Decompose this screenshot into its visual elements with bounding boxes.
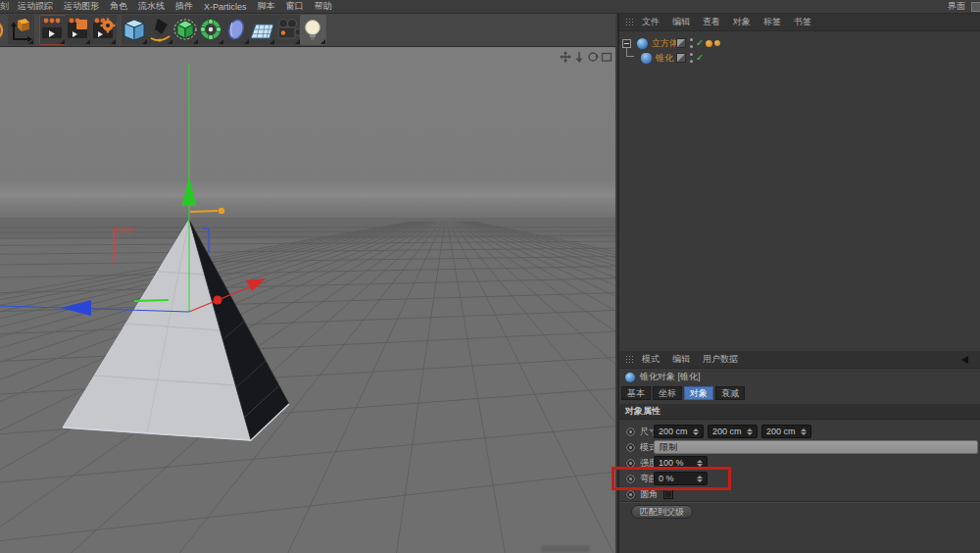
panel-grip-icon[interactable] [625, 355, 634, 364]
fillet-checkbox[interactable] [663, 489, 673, 499]
viewport-nav-controls [560, 49, 612, 61]
object-name[interactable]: 立方体 [652, 37, 678, 50]
tag-icon[interactable] [714, 40, 720, 46]
annotation-highlight-box [612, 467, 731, 490]
rotate-icon[interactable] [587, 49, 599, 61]
tab-object[interactable]: 对象 [684, 386, 713, 400]
axis-workplane-icon[interactable] [8, 15, 34, 45]
viewport-scene [0, 47, 615, 553]
bend-deformer-icon[interactable] [223, 15, 250, 45]
size-x-input[interactable]: 200 cm [654, 425, 704, 438]
visibility-dots-icon[interactable] [689, 53, 693, 63]
om-menu-objects[interactable]: 对象 [733, 16, 751, 28]
om-menu-view[interactable]: 查看 [703, 16, 720, 28]
am-menu-userdata[interactable]: 用户数据 [703, 353, 738, 366]
taper-row-toggles [676, 53, 704, 63]
subdivision-surface-icon[interactable] [172, 15, 199, 45]
attribute-tabs: 基本 坐标 对象 衰减 [621, 386, 747, 400]
render-view-icon[interactable] [39, 15, 66, 45]
tab-basic[interactable]: 基本 [621, 386, 651, 400]
taper-object-icon [625, 373, 635, 382]
object-manager-menubar: 文件 编辑 查看 对象 标签 书签 [619, 14, 980, 31]
menu-item-pipeline[interactable]: 流水线 [138, 0, 165, 13]
cube-object-icon[interactable] [637, 38, 648, 49]
menu-item-plugins[interactable]: 插件 [175, 0, 193, 13]
fit-to-parent-button[interactable]: 匹配到父级 [631, 505, 693, 519]
enabled-check-icon[interactable] [696, 38, 704, 48]
menu-item-clipped[interactable]: 刻 [0, 0, 10, 13]
divider [619, 501, 980, 502]
phong-tag-icon[interactable] [706, 40, 712, 47]
mode-dropdown[interactable]: 限制 [654, 440, 978, 454]
am-menu-edit[interactable]: 编辑 [672, 353, 690, 366]
stepper-icon[interactable] [746, 427, 753, 436]
object-tree: 立方体 锥化 [619, 31, 980, 351]
size-z-input[interactable]: 200 cm [761, 425, 811, 438]
taper-object-icon[interactable] [641, 53, 652, 64]
toggle-view-icon[interactable] [601, 49, 612, 61]
keyframe-dot-icon[interactable] [626, 427, 635, 436]
taper-handle-line [190, 211, 218, 212]
menu-item-character[interactable]: 角色 [110, 0, 127, 13]
attribute-title-text: 锥化对象 [锥化] [640, 371, 701, 383]
layout-selector-box[interactable] [971, 2, 980, 12]
array-generator-icon[interactable] [198, 15, 224, 45]
taper-handle-dot [219, 208, 224, 214]
object-properties-header: 对象属性 [619, 404, 980, 420]
axis-z-arrow [61, 300, 91, 316]
keyframe-dot-icon[interactable] [626, 490, 635, 499]
cinema4d-window: 刻 运动跟踪 运动图形 角色 流水线 插件 X-Particles 脚本 窗口 … [0, 0, 980, 553]
perspective-viewport[interactable] [0, 47, 615, 553]
layer-toggle-icon[interactable] [676, 53, 686, 63]
om-menu-bookmarks[interactable]: 书签 [794, 16, 811, 28]
light-object-icon[interactable] [300, 15, 326, 45]
object-row-cube[interactable]: 立方体 [619, 36, 980, 50]
main-menubar: 刻 运动跟踪 运动图形 角色 流水线 插件 X-Particles 脚本 窗口 … [0, 0, 980, 14]
axis-y-plane-handle [134, 300, 169, 301]
menu-item-mograph[interactable]: 运动图形 [64, 0, 99, 13]
floor-object-icon[interactable] [249, 15, 275, 45]
axis-y-arrow [182, 176, 197, 206]
stepper-icon[interactable] [692, 427, 699, 436]
edit-render-settings-icon[interactable] [90, 15, 117, 45]
tab-coordinates[interactable]: 坐标 [653, 386, 682, 400]
zoom-icon[interactable] [573, 49, 585, 61]
size-y-input[interactable]: 200 cm [708, 425, 758, 438]
om-menu-edit[interactable]: 编辑 [672, 16, 690, 28]
keyframe-dot-icon[interactable] [626, 443, 635, 452]
menu-item-motion-tracker[interactable]: 运动跟踪 [18, 0, 53, 13]
cube-primitive-icon[interactable] [122, 15, 148, 45]
main-toolbar [0, 14, 615, 47]
axis-x-arrow [246, 278, 266, 291]
attribute-object-title: 锥化对象 [锥化] [619, 369, 980, 385]
axis-x-ball [214, 296, 222, 305]
object-row-taper[interactable]: 锥化 [619, 51, 980, 65]
spline-pen-icon[interactable] [147, 15, 173, 45]
am-menu-mode[interactable]: 模式 [642, 353, 660, 366]
panel-grip-icon[interactable] [625, 18, 634, 26]
enabled-check-icon[interactable] [696, 53, 704, 63]
menu-item-xparticles[interactable]: X-Particles [204, 2, 247, 12]
menu-item-script[interactable]: 脚本 [258, 0, 275, 13]
attribute-manager-menubar: 模式 编辑 用户数据 [619, 351, 980, 369]
menu-item-window[interactable]: 窗口 [286, 0, 304, 13]
visibility-dots-icon[interactable] [689, 38, 693, 48]
menu-item-help[interactable]: 帮助 [315, 0, 332, 13]
om-menu-tags[interactable]: 标签 [763, 16, 781, 28]
om-menu-file[interactable]: 文件 [642, 16, 660, 28]
viewport-footer-smudge [541, 545, 590, 552]
render-to-picture-viewer-icon[interactable] [65, 15, 91, 45]
object-name[interactable]: 锥化 [656, 52, 673, 65]
stepper-icon[interactable] [800, 427, 807, 436]
layer-toggle-icon[interactable] [676, 38, 686, 48]
pan-icon[interactable] [560, 49, 571, 61]
camera-object-icon[interactable] [274, 15, 301, 45]
history-back-icon[interactable] [961, 356, 968, 364]
cube-row-toggles [676, 38, 720, 48]
tab-falloff[interactable]: 衰减 [715, 386, 745, 400]
layout-selector-label[interactable]: 界面 [948, 0, 965, 13]
